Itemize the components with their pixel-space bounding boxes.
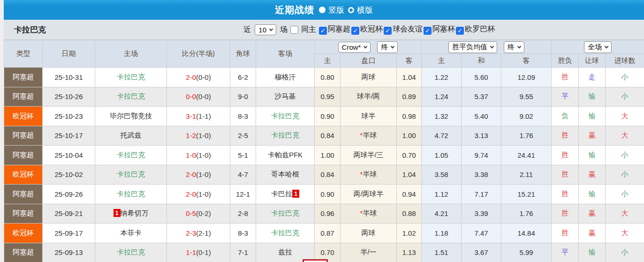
mean-type-select[interactable]: 胜平负均值 bbox=[448, 41, 497, 53]
away-team-link[interactable]: 兹拉 bbox=[278, 248, 292, 256]
rank-badge: 1 bbox=[114, 209, 121, 217]
handicap-line: *半球 bbox=[341, 204, 397, 223]
mean-draw: 5.40 bbox=[462, 107, 501, 126]
odds-home: 0.84 bbox=[315, 126, 341, 146]
odds-away: 0.89 bbox=[397, 87, 422, 107]
home-team-link[interactable]: 毕尔巴鄂竞技 bbox=[110, 112, 152, 120]
odds-home: 0.80 bbox=[315, 68, 341, 87]
odds-home: 0.84 bbox=[315, 165, 341, 185]
fulltime-score: 0-0 bbox=[186, 92, 196, 100]
recent-count-select[interactable]: 10 bbox=[255, 24, 276, 35]
away-team-link[interactable]: 卡拉巴克 bbox=[271, 112, 299, 120]
radio-horizontal-layout[interactable]: 横版 bbox=[348, 5, 373, 15]
radio-vertical-label[interactable]: 竖版 bbox=[328, 5, 344, 15]
league-label: 阿塞超 bbox=[328, 25, 350, 33]
results-tbody: 阿塞超25-10-31卡拉巴克2-0(0-0)6-2穆格汗0.80两球1.041… bbox=[4, 68, 644, 262]
match-date: 25-10-04 bbox=[43, 146, 95, 165]
result-cell: 胜 bbox=[552, 223, 579, 243]
result-cell: 平 bbox=[552, 87, 579, 107]
scope-select[interactable]: 全场 bbox=[584, 41, 612, 53]
league-checkbox[interactable]: ✓ bbox=[319, 27, 327, 35]
score-cell: 1-2(1-0) bbox=[167, 126, 230, 146]
away-team-cell: 哥本哈根 bbox=[256, 165, 315, 185]
fulltime-score: 2-3 bbox=[186, 229, 196, 237]
radio-horizontal-label[interactable]: 横版 bbox=[357, 5, 373, 15]
layout-radio-group: 竖版 横版 bbox=[319, 5, 373, 15]
handicap-result-value: 走 bbox=[589, 73, 596, 81]
goals-result-cell: 小 bbox=[606, 87, 644, 107]
halftime-score: (0-2) bbox=[196, 209, 211, 217]
home-team-cell: 托武兹 bbox=[95, 126, 167, 146]
away-team-cell: 卡拉巴克 bbox=[256, 204, 315, 223]
mean-draw: 7.47 bbox=[462, 223, 501, 243]
handicap-line: 两/两球半 bbox=[341, 185, 397, 204]
away-team-link[interactable]: 卡拉巴克 bbox=[271, 209, 299, 217]
odds-away: 0.88 bbox=[397, 204, 422, 223]
away-team-link[interactable]: 沙马基 bbox=[275, 92, 296, 100]
away-team-link[interactable]: 穆格汗 bbox=[275, 73, 296, 81]
halftime-score: (1-0) bbox=[196, 170, 211, 178]
odds-home: 0.95 bbox=[315, 87, 341, 107]
league-checkbox[interactable]: ✓ bbox=[384, 27, 392, 35]
home-team-link[interactable]: 卡拉巴克 bbox=[117, 92, 145, 100]
goals-result-value: 大 bbox=[621, 209, 629, 217]
mean-time-value: 终 bbox=[508, 43, 515, 52]
match-row: 阿塞超25-10-26卡拉巴克0-0(0-0)9-0沙马基0.95球半/两0.8… bbox=[4, 87, 644, 107]
match-row: 欧冠杯25-09-17本菲卡2-3(2-1)8-3卡拉巴克0.87两球1.021… bbox=[4, 223, 644, 243]
scope-value: 全场 bbox=[588, 43, 602, 52]
recent-label: 近 bbox=[243, 25, 251, 35]
odds-time-select[interactable]: 终 bbox=[377, 41, 398, 53]
home-team-link[interactable]: 本菲卡 bbox=[121, 229, 142, 237]
score-cell: 0-0(0-0) bbox=[167, 87, 230, 107]
home-team-link[interactable]: 卡拉巴克 bbox=[117, 248, 145, 256]
home-team-link[interactable]: 卡拉巴克 bbox=[117, 151, 145, 159]
match-date: 25-09-21 bbox=[43, 204, 95, 223]
away-team-link[interactable]: 卡拉巴克 bbox=[271, 131, 299, 139]
away-team-link[interactable]: 卡帕兹PFK bbox=[268, 151, 303, 159]
league-checkbox[interactable]: ✓ bbox=[424, 27, 432, 35]
home-team-cell: 卡拉巴克 bbox=[95, 68, 167, 87]
handicap-result-value: 输 bbox=[589, 92, 596, 100]
type-badge: 阿塞超 bbox=[4, 243, 43, 262]
result-cell: 胜 bbox=[552, 146, 579, 165]
odds-company-value: Crow* bbox=[342, 43, 361, 51]
score-cell: 2-0(1-0) bbox=[167, 185, 230, 204]
match-row: 阿塞超25-10-17托武兹1-2(1-0)2-5卡拉巴克0.84*半球1.00… bbox=[4, 126, 644, 146]
fulltime-score: 1-0 bbox=[186, 151, 196, 159]
type-badge: 欧冠杯 bbox=[4, 107, 43, 126]
odds-away: 1.04 bbox=[397, 68, 422, 87]
result-value: 胜 bbox=[561, 73, 568, 81]
league-checkbox[interactable]: ✓ bbox=[456, 27, 464, 35]
home-team-link[interactable]: 纳希切万 bbox=[121, 209, 149, 217]
league-checkbox[interactable]: ✓ bbox=[351, 27, 359, 35]
mean-time-select[interactable]: 终 bbox=[504, 41, 524, 53]
odds-away: 0.70 bbox=[397, 146, 422, 165]
radio-unselected-icon[interactable] bbox=[348, 7, 354, 13]
mean-draw: 5.37 bbox=[462, 87, 501, 107]
mean-away: 14.84 bbox=[501, 223, 552, 243]
team-name: 卡拉巴克 bbox=[4, 24, 46, 35]
away-team-link[interactable]: 卡巴拉 bbox=[271, 190, 292, 198]
type-badge: 欧冠杯 bbox=[4, 223, 43, 243]
type-badge: 阿塞超 bbox=[4, 185, 43, 204]
radio-vertical-layout[interactable]: 竖版 bbox=[319, 5, 344, 15]
handicap-result-value: 赢 bbox=[589, 170, 596, 178]
away-team-cell: 卡巴拉1 bbox=[256, 185, 315, 204]
mean-draw: 9.74 bbox=[462, 146, 501, 165]
away-team-link[interactable]: 卡拉巴克 bbox=[271, 229, 299, 237]
match-date: 25-10-02 bbox=[43, 165, 95, 185]
score-cell: 1-1(0-1) bbox=[167, 243, 230, 262]
same-home-checkbox[interactable] bbox=[290, 26, 298, 34]
goals-result-value: 大 bbox=[621, 112, 629, 120]
home-team-link[interactable]: 卡拉巴克 bbox=[117, 73, 145, 81]
home-team-cell: 卡拉巴克 bbox=[95, 87, 167, 107]
home-team-link[interactable]: 卡拉巴克 bbox=[117, 170, 145, 178]
mean-away: 9.55 bbox=[501, 87, 552, 107]
radio-selected-icon[interactable] bbox=[319, 7, 326, 13]
away-team-link[interactable]: 哥本哈根 bbox=[271, 170, 299, 178]
handicap-line: 球半/两 bbox=[341, 87, 397, 107]
home-team-link[interactable]: 卡拉巴克 bbox=[117, 190, 145, 198]
odds-company-select[interactable]: Crow* bbox=[338, 42, 371, 53]
mean-draw: 5.60 bbox=[462, 68, 501, 87]
home-team-link[interactable]: 托武兹 bbox=[121, 131, 142, 139]
